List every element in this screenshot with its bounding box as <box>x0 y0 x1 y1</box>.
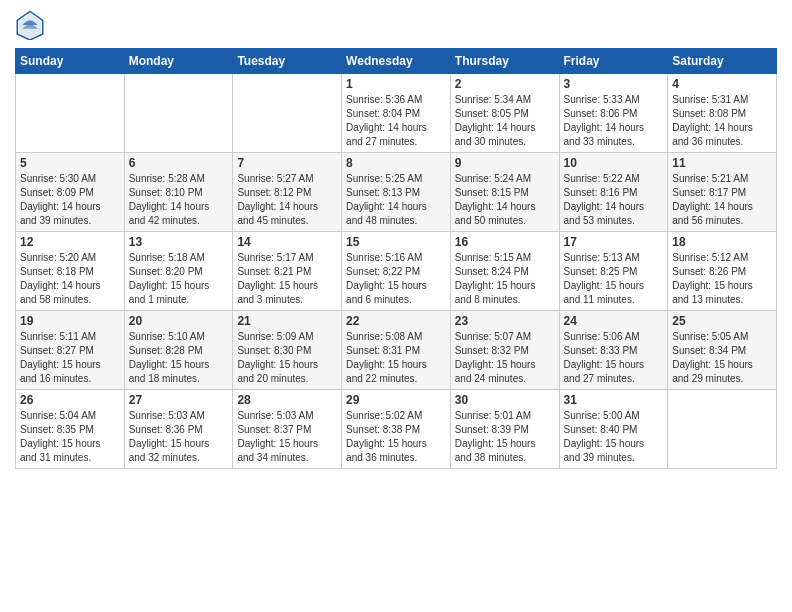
day-number: 6 <box>129 156 229 170</box>
day-info: Sunrise: 5:20 AM Sunset: 8:18 PM Dayligh… <box>20 251 120 307</box>
day-info: Sunrise: 5:11 AM Sunset: 8:27 PM Dayligh… <box>20 330 120 386</box>
day-info: Sunrise: 5:34 AM Sunset: 8:05 PM Dayligh… <box>455 93 555 149</box>
calendar-cell: 2Sunrise: 5:34 AM Sunset: 8:05 PM Daylig… <box>450 74 559 153</box>
day-number: 22 <box>346 314 446 328</box>
calendar-cell: 10Sunrise: 5:22 AM Sunset: 8:16 PM Dayli… <box>559 153 668 232</box>
calendar-cell <box>668 390 777 469</box>
day-number: 21 <box>237 314 337 328</box>
calendar-table: SundayMondayTuesdayWednesdayThursdayFrid… <box>15 48 777 469</box>
weekday-header-friday: Friday <box>559 49 668 74</box>
day-number: 30 <box>455 393 555 407</box>
day-info: Sunrise: 5:10 AM Sunset: 8:28 PM Dayligh… <box>129 330 229 386</box>
weekday-header-wednesday: Wednesday <box>342 49 451 74</box>
logo <box>15 10 49 40</box>
calendar-week-row: 19Sunrise: 5:11 AM Sunset: 8:27 PM Dayli… <box>16 311 777 390</box>
day-info: Sunrise: 5:08 AM Sunset: 8:31 PM Dayligh… <box>346 330 446 386</box>
day-info: Sunrise: 5:17 AM Sunset: 8:21 PM Dayligh… <box>237 251 337 307</box>
day-info: Sunrise: 5:21 AM Sunset: 8:17 PM Dayligh… <box>672 172 772 228</box>
day-info: Sunrise: 5:05 AM Sunset: 8:34 PM Dayligh… <box>672 330 772 386</box>
calendar-cell <box>233 74 342 153</box>
calendar-cell: 8Sunrise: 5:25 AM Sunset: 8:13 PM Daylig… <box>342 153 451 232</box>
day-number: 8 <box>346 156 446 170</box>
day-info: Sunrise: 5:07 AM Sunset: 8:32 PM Dayligh… <box>455 330 555 386</box>
day-info: Sunrise: 5:16 AM Sunset: 8:22 PM Dayligh… <box>346 251 446 307</box>
day-number: 3 <box>564 77 664 91</box>
day-number: 15 <box>346 235 446 249</box>
calendar-cell: 7Sunrise: 5:27 AM Sunset: 8:12 PM Daylig… <box>233 153 342 232</box>
calendar-week-row: 12Sunrise: 5:20 AM Sunset: 8:18 PM Dayli… <box>16 232 777 311</box>
day-number: 5 <box>20 156 120 170</box>
day-info: Sunrise: 5:25 AM Sunset: 8:13 PM Dayligh… <box>346 172 446 228</box>
calendar-cell: 11Sunrise: 5:21 AM Sunset: 8:17 PM Dayli… <box>668 153 777 232</box>
day-number: 2 <box>455 77 555 91</box>
day-number: 27 <box>129 393 229 407</box>
calendar-cell: 17Sunrise: 5:13 AM Sunset: 8:25 PM Dayli… <box>559 232 668 311</box>
day-number: 7 <box>237 156 337 170</box>
calendar-cell: 16Sunrise: 5:15 AM Sunset: 8:24 PM Dayli… <box>450 232 559 311</box>
weekday-header-monday: Monday <box>124 49 233 74</box>
day-info: Sunrise: 5:27 AM Sunset: 8:12 PM Dayligh… <box>237 172 337 228</box>
calendar-cell: 29Sunrise: 5:02 AM Sunset: 8:38 PM Dayli… <box>342 390 451 469</box>
calendar-cell: 19Sunrise: 5:11 AM Sunset: 8:27 PM Dayli… <box>16 311 125 390</box>
day-info: Sunrise: 5:28 AM Sunset: 8:10 PM Dayligh… <box>129 172 229 228</box>
calendar-cell: 14Sunrise: 5:17 AM Sunset: 8:21 PM Dayli… <box>233 232 342 311</box>
day-number: 29 <box>346 393 446 407</box>
day-number: 9 <box>455 156 555 170</box>
day-info: Sunrise: 5:24 AM Sunset: 8:15 PM Dayligh… <box>455 172 555 228</box>
day-number: 13 <box>129 235 229 249</box>
day-info: Sunrise: 5:06 AM Sunset: 8:33 PM Dayligh… <box>564 330 664 386</box>
day-number: 28 <box>237 393 337 407</box>
day-info: Sunrise: 5:30 AM Sunset: 8:09 PM Dayligh… <box>20 172 120 228</box>
calendar-cell: 22Sunrise: 5:08 AM Sunset: 8:31 PM Dayli… <box>342 311 451 390</box>
calendar-cell: 9Sunrise: 5:24 AM Sunset: 8:15 PM Daylig… <box>450 153 559 232</box>
calendar-cell: 26Sunrise: 5:04 AM Sunset: 8:35 PM Dayli… <box>16 390 125 469</box>
calendar-cell: 27Sunrise: 5:03 AM Sunset: 8:36 PM Dayli… <box>124 390 233 469</box>
day-info: Sunrise: 5:12 AM Sunset: 8:26 PM Dayligh… <box>672 251 772 307</box>
day-info: Sunrise: 5:18 AM Sunset: 8:20 PM Dayligh… <box>129 251 229 307</box>
day-info: Sunrise: 5:00 AM Sunset: 8:40 PM Dayligh… <box>564 409 664 465</box>
day-info: Sunrise: 5:36 AM Sunset: 8:04 PM Dayligh… <box>346 93 446 149</box>
weekday-header-thursday: Thursday <box>450 49 559 74</box>
day-number: 24 <box>564 314 664 328</box>
calendar-cell: 15Sunrise: 5:16 AM Sunset: 8:22 PM Dayli… <box>342 232 451 311</box>
day-number: 1 <box>346 77 446 91</box>
calendar-cell: 1Sunrise: 5:36 AM Sunset: 8:04 PM Daylig… <box>342 74 451 153</box>
day-number: 12 <box>20 235 120 249</box>
calendar-cell: 31Sunrise: 5:00 AM Sunset: 8:40 PM Dayli… <box>559 390 668 469</box>
day-number: 19 <box>20 314 120 328</box>
day-info: Sunrise: 5:09 AM Sunset: 8:30 PM Dayligh… <box>237 330 337 386</box>
day-info: Sunrise: 5:22 AM Sunset: 8:16 PM Dayligh… <box>564 172 664 228</box>
page-container: SundayMondayTuesdayWednesdayThursdayFrid… <box>0 0 792 479</box>
day-number: 10 <box>564 156 664 170</box>
calendar-cell: 18Sunrise: 5:12 AM Sunset: 8:26 PM Dayli… <box>668 232 777 311</box>
calendar-cell: 20Sunrise: 5:10 AM Sunset: 8:28 PM Dayli… <box>124 311 233 390</box>
calendar-cell <box>16 74 125 153</box>
day-info: Sunrise: 5:01 AM Sunset: 8:39 PM Dayligh… <box>455 409 555 465</box>
calendar-cell <box>124 74 233 153</box>
weekday-header-tuesday: Tuesday <box>233 49 342 74</box>
day-info: Sunrise: 5:31 AM Sunset: 8:08 PM Dayligh… <box>672 93 772 149</box>
calendar-cell: 24Sunrise: 5:06 AM Sunset: 8:33 PM Dayli… <box>559 311 668 390</box>
calendar-cell: 12Sunrise: 5:20 AM Sunset: 8:18 PM Dayli… <box>16 232 125 311</box>
day-info: Sunrise: 5:03 AM Sunset: 8:37 PM Dayligh… <box>237 409 337 465</box>
day-number: 31 <box>564 393 664 407</box>
day-number: 25 <box>672 314 772 328</box>
calendar-cell: 3Sunrise: 5:33 AM Sunset: 8:06 PM Daylig… <box>559 74 668 153</box>
logo-icon <box>15 10 45 40</box>
page-header <box>15 10 777 40</box>
day-info: Sunrise: 5:13 AM Sunset: 8:25 PM Dayligh… <box>564 251 664 307</box>
day-number: 11 <box>672 156 772 170</box>
day-number: 23 <box>455 314 555 328</box>
calendar-cell: 4Sunrise: 5:31 AM Sunset: 8:08 PM Daylig… <box>668 74 777 153</box>
calendar-cell: 13Sunrise: 5:18 AM Sunset: 8:20 PM Dayli… <box>124 232 233 311</box>
calendar-week-row: 1Sunrise: 5:36 AM Sunset: 8:04 PM Daylig… <box>16 74 777 153</box>
day-number: 16 <box>455 235 555 249</box>
day-number: 17 <box>564 235 664 249</box>
day-info: Sunrise: 5:15 AM Sunset: 8:24 PM Dayligh… <box>455 251 555 307</box>
calendar-cell: 23Sunrise: 5:07 AM Sunset: 8:32 PM Dayli… <box>450 311 559 390</box>
calendar-week-row: 26Sunrise: 5:04 AM Sunset: 8:35 PM Dayli… <box>16 390 777 469</box>
day-info: Sunrise: 5:33 AM Sunset: 8:06 PM Dayligh… <box>564 93 664 149</box>
weekday-header-row: SundayMondayTuesdayWednesdayThursdayFrid… <box>16 49 777 74</box>
day-number: 18 <box>672 235 772 249</box>
calendar-cell: 25Sunrise: 5:05 AM Sunset: 8:34 PM Dayli… <box>668 311 777 390</box>
